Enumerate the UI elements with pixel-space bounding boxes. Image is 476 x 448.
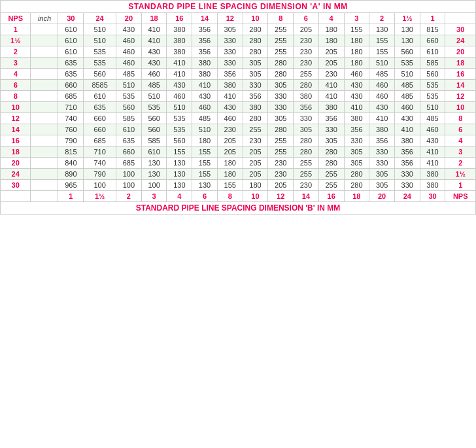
row-header-right: 8 xyxy=(445,113,476,124)
bottom-col-14: 14 xyxy=(294,191,319,202)
table-row: 2610535460430380356330280255230205180155… xyxy=(1,46,476,58)
data-cell: 380 xyxy=(192,69,218,80)
row-header-left: 3 xyxy=(1,58,31,69)
table-row: 1476066061056053551023025528030533035638… xyxy=(1,124,476,135)
data-cell: 280 xyxy=(318,146,344,158)
row-header-right: 12 xyxy=(445,91,476,102)
data-cell: 535 xyxy=(394,58,420,69)
data-cell: 305 xyxy=(294,124,319,135)
data-cell: 380 xyxy=(294,91,319,102)
data-cell: 430 xyxy=(116,24,142,35)
data-cell: 380 xyxy=(192,58,218,69)
row-header-left: 8 xyxy=(1,91,31,102)
row-inch-empty xyxy=(31,102,58,113)
data-cell: 330 xyxy=(318,124,344,135)
data-cell: 356 xyxy=(369,135,395,146)
data-cell: 305 xyxy=(268,80,294,91)
data-cell: 180 xyxy=(243,180,268,191)
data-cell: 460 xyxy=(344,69,369,80)
data-cell: 410 xyxy=(217,91,243,102)
row-inch-empty xyxy=(31,24,58,35)
col-header-30: 30 xyxy=(58,13,84,24)
header-row: STANDARD PIPE LINE SPACING DIMENSION 'A'… xyxy=(1,1,476,13)
data-cell: 815 xyxy=(58,146,84,158)
table-row: 1071063556053551046043038033035638041043… xyxy=(1,102,476,113)
data-cell: 205 xyxy=(268,180,294,191)
data-cell: 255 xyxy=(268,146,294,158)
data-cell: 965 xyxy=(58,180,84,191)
data-cell: 560 xyxy=(84,69,116,80)
data-cell: 356 xyxy=(243,91,268,102)
data-cell: 230 xyxy=(294,180,319,191)
data-cell: 330 xyxy=(217,46,243,58)
data-cell: 685 xyxy=(58,91,84,102)
title-top: STANDARD PIPE LINE SPACING DIMENSION 'A'… xyxy=(1,1,476,13)
data-cell: 635 xyxy=(58,69,84,80)
data-cell: 280 xyxy=(318,158,344,169)
table-row: 3635535460430410380330305280230205180510… xyxy=(1,58,476,69)
data-cell: 180 xyxy=(344,58,369,69)
table-row: 1679068563558556018020523025528030533035… xyxy=(1,135,476,146)
data-cell: 585 xyxy=(141,135,167,146)
data-cell: 255 xyxy=(268,35,294,46)
data-cell: 230 xyxy=(243,135,268,146)
data-cell: 305 xyxy=(369,169,395,180)
data-cell: 560 xyxy=(116,102,142,113)
data-cell: 280 xyxy=(268,69,294,80)
data-cell: 460 xyxy=(141,69,167,80)
data-cell: 305 xyxy=(243,69,268,80)
data-cell: 660 xyxy=(84,124,116,135)
row-header-left: 10 xyxy=(1,102,31,113)
data-cell: 660 xyxy=(84,113,116,124)
data-cell: 410 xyxy=(318,91,344,102)
data-cell: 255 xyxy=(294,158,319,169)
data-cell: 460 xyxy=(167,91,192,102)
bottom-col-1half: 1½ xyxy=(84,191,116,202)
data-cell: 130 xyxy=(141,169,167,180)
data-cell: 280 xyxy=(268,58,294,69)
data-cell: 380 xyxy=(369,124,395,135)
row-header-left: 1 xyxy=(1,24,31,35)
data-cell: 155 xyxy=(369,46,395,58)
row-header-left: 24 xyxy=(1,169,31,180)
data-cell: 230 xyxy=(268,169,294,180)
data-cell: 485 xyxy=(394,91,420,102)
data-cell: 255 xyxy=(294,169,319,180)
row-header-right: 1 xyxy=(445,180,476,191)
bottom-col-1: 1 xyxy=(58,191,84,202)
data-cell: 660 xyxy=(420,35,445,46)
data-cell: 305 xyxy=(344,158,369,169)
data-cell: 460 xyxy=(420,124,445,135)
row-inch-empty xyxy=(31,58,58,69)
data-cell: 380 xyxy=(318,102,344,113)
data-cell: 380 xyxy=(167,24,192,35)
data-cell: 255 xyxy=(243,124,268,135)
data-cell: 460 xyxy=(369,80,395,91)
data-cell: 410 xyxy=(344,102,369,113)
data-cell: 205 xyxy=(294,24,319,35)
row-header-right: 1½ xyxy=(445,169,476,180)
data-cell: 330 xyxy=(394,180,420,191)
data-cell: 410 xyxy=(369,113,395,124)
data-cell: 430 xyxy=(141,46,167,58)
bottom-col-10: 10 xyxy=(243,191,268,202)
table-row: 1610510430410380356305280255205180155130… xyxy=(1,24,476,35)
row-header-right: 18 xyxy=(445,58,476,69)
data-cell: 280 xyxy=(344,169,369,180)
data-cell: 205 xyxy=(217,135,243,146)
data-cell: 280 xyxy=(294,146,319,158)
data-cell: 380 xyxy=(217,80,243,91)
data-cell: 535 xyxy=(141,102,167,113)
col-header-1: 1 xyxy=(420,13,445,24)
data-cell: 430 xyxy=(217,102,243,113)
bottom-col-8: 8 xyxy=(217,191,243,202)
data-cell: 685 xyxy=(116,158,142,169)
bottom-col-20: 20 xyxy=(369,191,395,202)
data-cell: 585 xyxy=(420,58,445,69)
col-header-3: 3 xyxy=(344,13,369,24)
data-cell: 380 xyxy=(167,46,192,58)
data-cell: 230 xyxy=(294,46,319,58)
col-header-12: 12 xyxy=(217,13,243,24)
data-cell: 510 xyxy=(420,102,445,113)
data-cell: 100 xyxy=(116,169,142,180)
